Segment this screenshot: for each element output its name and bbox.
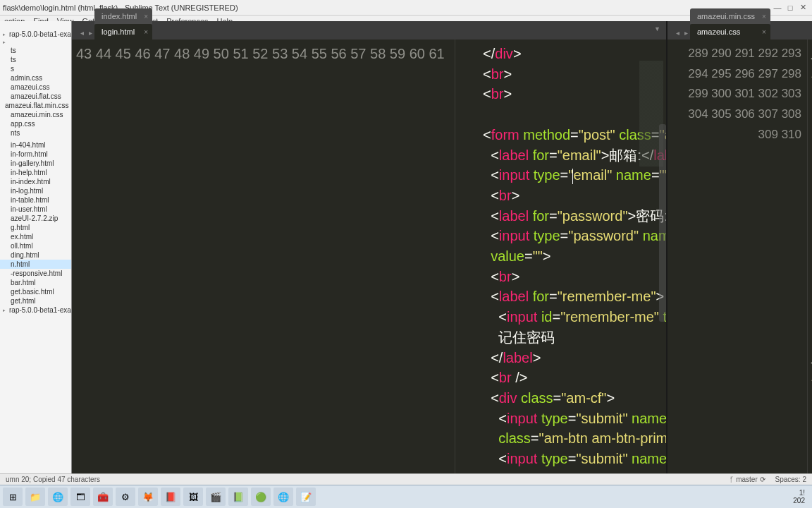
maximize-button[interactable]: □ — [784, 4, 796, 12]
scrollbar[interactable] — [659, 124, 666, 322]
sidebar-item[interactable]: in-table.html — [0, 195, 71, 205]
taskbar-icon[interactable]: 🎬 — [206, 488, 226, 506]
tab-nav-right-icon[interactable]: ▸ — [682, 25, 690, 40]
sidebar-item[interactable]: amazeui.min.css — [0, 110, 71, 119]
indent-setting[interactable]: Spaces: 2 — [775, 476, 806, 483]
taskbar-icon[interactable]: 🟢 — [251, 488, 271, 506]
tab-close-icon[interactable]: × — [762, 13, 766, 20]
file-sidebar[interactable]: rap-5.0.0-beta1-exampl tstssadmin.cssama… — [0, 21, 72, 485]
editor-pane-right: ◂ ▸ amazeui.min.css×amazeui.css× 289 290… — [668, 21, 812, 485]
tab-close-icon[interactable]: × — [144, 13, 148, 20]
tab[interactable]: amazeui.min.css× — [690, 8, 770, 24]
status-message: umn 20; Copied 47 characters — [6, 476, 100, 483]
system-tray[interactable]: 1!202 — [793, 489, 809, 504]
windows-taskbar[interactable]: ⊞📁🌐🗔🧰⚙🦊📕🖼🎬📗🟢🌐📝 1!202 — [0, 485, 812, 508]
taskbar-icon[interactable]: 📗 — [228, 488, 248, 506]
sidebar-item[interactable]: ts — [0, 55, 71, 64]
work-area: rap-5.0.0-beta1-exampl tstssadmin.cssama… — [0, 21, 812, 485]
sidebar-folder[interactable]: rap-5.0.0-beta1-exampl — [0, 30, 71, 39]
sidebar-item[interactable]: in-gallery.html — [0, 159, 71, 168]
sidebar-item[interactable]: g.html — [0, 223, 71, 232]
sidebar-item[interactable]: get.html — [0, 296, 71, 306]
tab[interactable]: amazeui.css× — [690, 24, 770, 40]
taskbar-icon[interactable]: 🦊 — [138, 488, 158, 506]
sidebar-item[interactable]: get.basic.html — [0, 287, 71, 296]
sidebar-item[interactable]: in-log.html — [0, 186, 71, 195]
tab-close-icon[interactable]: × — [144, 28, 148, 36]
sidebar-item[interactable]: oll.html — [0, 241, 71, 250]
taskbar-icon[interactable]: 📕 — [161, 488, 180, 506]
gutter-right: 289 290 291 292 293 294 295 296 297 298 … — [668, 40, 808, 485]
taskbar-icon[interactable]: 🌐 — [48, 488, 68, 506]
sidebar-item[interactable]: ding.html — [0, 250, 71, 260]
sidebar-item[interactable]: s — [0, 64, 71, 73]
sidebar-item[interactable]: rap-5.0.0-beta1-exampl — [0, 306, 71, 315]
tab-dropdown-icon[interactable]: ▼ — [654, 25, 660, 32]
sidebar-item[interactable]: nts — [0, 128, 71, 138]
sidebar-item[interactable]: in-index.html — [0, 177, 71, 186]
sidebar-item[interactable] — [0, 39, 71, 46]
taskbar-icon[interactable]: 📝 — [296, 488, 316, 506]
sidebar-item[interactable]: ex.html — [0, 232, 71, 241]
sidebar-item[interactable]: in-form.html — [0, 150, 71, 159]
editor-pane-left: ◂ ▸ index.html×login.html× ▼ 43 44 45 46… — [72, 21, 668, 485]
tab[interactable]: index.html× — [94, 8, 152, 24]
sidebar-item[interactable]: admin.css — [0, 73, 71, 83]
tab-nav-right-icon[interactable]: ▸ — [86, 25, 94, 40]
code-area-left[interactable]: 43 44 45 46 47 48 49 50 51 52 53 54 55 5… — [72, 40, 666, 485]
sidebar-item[interactable]: app.css — [0, 119, 71, 128]
ide-status-bar: umn 20; Copied 47 characters ᚶ master ⟳ … — [0, 473, 812, 485]
taskbar-icon[interactable]: 🧰 — [93, 488, 113, 506]
sidebar-item[interactable]: bar.html — [0, 278, 71, 287]
taskbar-icon[interactable]: 🌐 — [273, 488, 293, 506]
minimize-button[interactable]: — — [771, 4, 784, 12]
sidebar-item[interactable]: amazeui.flat.min.css — [0, 101, 71, 110]
tab-nav-left-icon[interactable]: ◂ — [78, 25, 86, 40]
sidebar-item[interactable]: -responsive.html — [0, 269, 71, 278]
tab-nav-left-icon[interactable]: ◂ — [673, 25, 682, 40]
tab-close-icon[interactable]: × — [762, 28, 766, 36]
source-right[interactable]: } /* * 1. Im * 2. Re * 3. Ad */ input[ty… — [808, 40, 812, 485]
sidebar-item[interactable]: amazeui.css — [0, 83, 71, 92]
sidebar-item[interactable]: in-404.html — [0, 140, 71, 150]
git-branch[interactable]: ᚶ master ⟳ — [730, 476, 765, 483]
source-left[interactable]: </div> <br> <br> <form method="post" cla… — [455, 40, 666, 485]
sidebar-item[interactable]: amazeui.flat.css — [0, 92, 71, 101]
sidebar-item[interactable]: ts — [0, 46, 71, 55]
tab-bar-right[interactable]: ◂ ▸ amazeui.min.css×amazeui.css× — [668, 21, 812, 40]
taskbar-icon[interactable]: 🖼 — [183, 488, 203, 506]
close-button[interactable]: ✕ — [796, 3, 809, 12]
tab-bar-left[interactable]: ◂ ▸ index.html×login.html× ▼ — [72, 21, 666, 40]
sidebar-item[interactable]: azeUI-2.7.2.zip — [0, 214, 71, 223]
sidebar-item[interactable]: in-user.html — [0, 205, 71, 214]
sidebar-item[interactable]: in-help.html — [0, 168, 71, 177]
sidebar-item[interactable]: n.html — [0, 260, 71, 269]
taskbar-icon[interactable]: ⊞ — [3, 488, 23, 506]
taskbar-icon[interactable]: 📁 — [25, 488, 45, 506]
gutter-left: 43 44 45 46 47 48 49 50 51 52 53 54 55 5… — [72, 40, 455, 485]
taskbar-icon[interactable]: ⚙ — [116, 488, 135, 506]
taskbar-icon[interactable]: 🗔 — [70, 488, 90, 506]
tab[interactable]: login.html× — [94, 24, 152, 40]
code-area-right[interactable]: 289 290 291 292 293 294 295 296 297 298 … — [668, 40, 812, 485]
